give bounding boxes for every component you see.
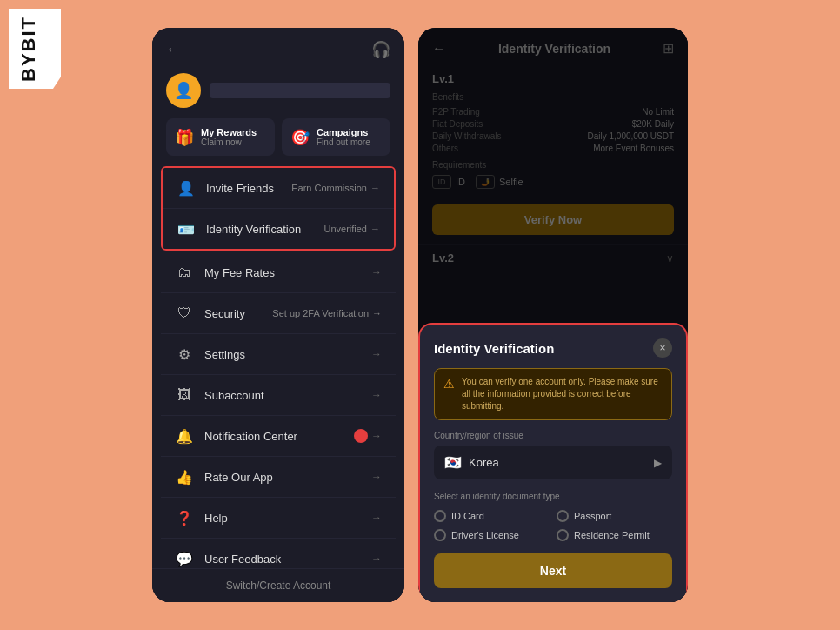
- notification-badge: [354, 429, 368, 443]
- user-section: 👤: [152, 66, 404, 118]
- help-icon: ❓: [175, 508, 194, 527]
- invite-friends-label: Invite Friends: [206, 182, 291, 195]
- help-item[interactable]: ❓ Help →: [161, 498, 396, 539]
- rate-icon: 👍: [175, 467, 194, 486]
- drivers-license-radio[interactable]: [434, 529, 446, 541]
- identity-verification-label: Identity Verification: [206, 223, 323, 236]
- security-right: Set up 2FA Verification →: [272, 308, 382, 318]
- country-arrow-icon: ▶: [654, 457, 662, 469]
- notification-center-item[interactable]: 🔔 Notification Center →: [161, 416, 396, 457]
- warning-text: You can verify one account only. Please …: [462, 376, 663, 412]
- campaigns-label: Campaigns: [317, 127, 370, 137]
- highlighted-menu: 👤 Invite Friends Earn Commission → 🪪 Ide…: [161, 166, 396, 251]
- bybit-label: BYBIT: [17, 16, 40, 82]
- help-label: Help: [204, 512, 371, 525]
- identity-verification-modal: Identity Verification × ⚠ You can verify…: [418, 323, 688, 602]
- modal-header: Identity Verification ×: [434, 338, 672, 358]
- passport-radio[interactable]: [557, 510, 569, 522]
- id-card-option[interactable]: ID Card: [434, 510, 550, 522]
- passport-option[interactable]: Passport: [557, 510, 672, 522]
- country-field-label: Country/region of issue: [434, 431, 672, 440]
- feedback-icon: 💬: [175, 549, 194, 568]
- warning-icon: ⚠: [443, 377, 455, 391]
- modal-title: Identity Verification: [434, 341, 554, 356]
- my-fee-rates-item[interactable]: 🗂 My Fee Rates →: [161, 252, 396, 293]
- doc-options: ID Card Passport Driver's License R: [434, 510, 672, 541]
- my-rewards-label: My Rewards: [201, 127, 257, 137]
- settings-label: Settings: [204, 348, 371, 361]
- country-selector[interactable]: 🇰🇷 Korea ▶: [434, 446, 672, 479]
- subaccount-item[interactable]: 🖼 Subaccount →: [161, 375, 396, 416]
- invite-friends-icon: 👤: [177, 178, 196, 198]
- id-card-label: ID Card: [451, 511, 484, 521]
- back-button[interactable]: ←: [166, 42, 180, 57]
- invite-friends-item[interactable]: 👤 Invite Friends Earn Commission →: [163, 168, 394, 209]
- avatar: 👤: [166, 73, 201, 108]
- invite-friends-right: Earn Commission →: [291, 183, 380, 193]
- id-card-radio[interactable]: [434, 510, 446, 522]
- residence-permit-radio[interactable]: [557, 529, 569, 541]
- screens-container: ← 🎧 👤 🎁 My Rewards Claim now 🎯: [135, 10, 705, 620]
- my-fee-rates-label: My Fee Rates: [204, 266, 371, 279]
- identity-verification-item[interactable]: 🪪 Identity Verification Unverified →: [163, 209, 394, 249]
- rate-app-label: Rate Our App: [204, 471, 371, 484]
- country-name: Korea: [469, 456, 647, 469]
- switch-account[interactable]: Switch/Create Account: [152, 568, 404, 602]
- settings-icon: ⚙: [175, 345, 194, 364]
- security-icon: 🛡: [175, 304, 194, 323]
- gift-icon: 🎁: [175, 128, 194, 147]
- settings-item[interactable]: ⚙ Settings →: [161, 334, 396, 375]
- notification-center-label: Notification Center: [204, 430, 354, 443]
- drivers-license-label: Driver's License: [451, 530, 519, 540]
- notification-icon: 🔔: [175, 426, 194, 446]
- campaigns-icon: 🎯: [290, 128, 310, 147]
- residence-permit-label: Residence Permit: [574, 530, 650, 540]
- bybit-badge: BYBIT: [9, 9, 61, 89]
- passport-label: Passport: [574, 511, 611, 521]
- residence-permit-option[interactable]: Residence Permit: [557, 529, 672, 541]
- username-bar: [210, 83, 390, 98]
- subaccount-label: Subaccount: [204, 389, 371, 402]
- campaigns-card[interactable]: 🎯 Campaigns Find out more: [282, 118, 390, 156]
- fee-icon: 🗂: [175, 263, 194, 282]
- my-rewards-sublabel: Claim now: [201, 137, 257, 147]
- identity-verification-right: Unverified →: [323, 224, 380, 234]
- doc-type-label: Select an identity document type: [434, 492, 672, 501]
- korea-flag-icon: 🇰🇷: [444, 454, 462, 471]
- modal-close-button[interactable]: ×: [653, 338, 672, 358]
- modal-overlay: Identity Verification × ⚠ You can verify…: [418, 28, 688, 602]
- menu-screen: ← 🎧 👤 🎁 My Rewards Claim now 🎯: [152, 28, 404, 602]
- id-verify-screen: ← Identity Verification ⊞ Lv.1 Benefits …: [418, 28, 688, 602]
- menu-header: ← 🎧: [152, 28, 404, 66]
- rewards-section: 🎁 My Rewards Claim now 🎯 Campaigns Find …: [152, 118, 404, 166]
- rate-app-item[interactable]: 👍 Rate Our App →: [161, 457, 396, 498]
- next-button[interactable]: Next: [434, 553, 672, 588]
- security-label: Security: [204, 307, 272, 320]
- regular-menu: 🗂 My Fee Rates → 🛡 Security Set up 2FA V…: [161, 252, 396, 602]
- id-verify-icon: 🪪: [177, 219, 196, 238]
- my-rewards-card[interactable]: 🎁 My Rewards Claim now: [166, 118, 275, 156]
- subaccount-icon: 🖼: [175, 385, 194, 405]
- campaigns-sublabel: Find out more: [317, 137, 370, 147]
- drivers-license-option[interactable]: Driver's License: [434, 529, 550, 541]
- security-item[interactable]: 🛡 Security Set up 2FA Verification →: [161, 293, 396, 334]
- headset-icon[interactable]: 🎧: [371, 40, 390, 59]
- warning-box: ⚠ You can verify one account only. Pleas…: [434, 368, 672, 420]
- user-feedback-label: User Feedback: [204, 553, 371, 566]
